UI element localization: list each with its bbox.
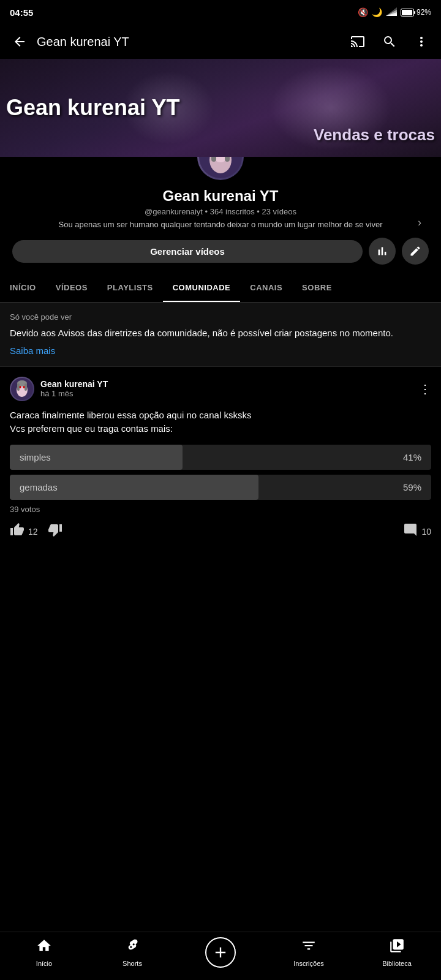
nav-create[interactable] (196, 937, 245, 968)
app-bar-title: Gean kurenai YT (37, 35, 341, 49)
post-more-button[interactable]: ⋮ (419, 382, 431, 396)
status-bar: 04:55 🔇 🌙 92% (0, 0, 441, 24)
post-author-name: Gean kurenai YT (40, 379, 108, 389)
post-actions: 12 10 (10, 522, 431, 541)
signal-icon (386, 7, 397, 18)
nav-home[interactable]: Início (20, 938, 69, 967)
poll-label-gemadas: gemadas (20, 482, 58, 492)
nav-subscriptions-label: Inscrições (293, 960, 324, 967)
poll-option-gemadas[interactable]: gemadas 59% (10, 475, 431, 500)
channel-info: Gean kurenai YT @geankurenaiyt • 364 ins… (0, 157, 441, 274)
more-button[interactable] (412, 32, 431, 51)
battery-icon: 92% (401, 8, 431, 17)
search-button[interactable] (380, 32, 399, 51)
channel-handle: @geankurenaiyt (145, 207, 203, 216)
community-notice: Só você pode ver Devido aos Avisos das d… (0, 303, 441, 366)
post-header: Gean kurenai YT há 1 mês ⋮ (10, 377, 431, 401)
bottom-spacer (0, 551, 441, 624)
poll-pct-gemadas: 59% (403, 482, 421, 492)
channel-subscribers: 364 inscritos (210, 207, 255, 216)
like-action[interactable]: 12 (10, 522, 38, 541)
comment-count: 10 (421, 527, 431, 537)
comment-icon (403, 522, 418, 541)
like-count: 12 (28, 527, 38, 537)
moon-icon: 🌙 (372, 7, 382, 17)
svg-rect-21 (17, 383, 20, 391)
cast-button[interactable] (348, 32, 368, 51)
channel-name: Gean kurenai YT (163, 187, 279, 205)
post-text: Caraca finalmente liberou essa opção aqu… (10, 409, 431, 436)
nav-library[interactable]: Biblioteca (372, 938, 421, 967)
tab-playlists[interactable]: PLAYLISTS (97, 274, 163, 302)
nav-library-label: Biblioteca (382, 960, 412, 967)
mute-icon: 🔇 (358, 7, 368, 17)
home-icon (36, 938, 52, 957)
thumbs-down-icon (48, 522, 62, 541)
manage-videos-button[interactable]: Gerenciar vídeos (12, 240, 363, 263)
svg-point-24 (23, 386, 25, 388)
edit-button[interactable] (402, 238, 429, 265)
post-avatar (10, 377, 34, 401)
channel-description: Sou apenas um ser humano qualquer tentan… (59, 220, 383, 229)
banner-title: Gean kurenai YT (6, 95, 179, 121)
tab-inicio[interactable]: INÍCIO (0, 274, 46, 302)
svg-rect-22 (24, 383, 27, 391)
poll-label-simples: simples (20, 452, 51, 462)
channel-videos: 23 vídeos (262, 207, 296, 216)
poll-option-simples[interactable]: simples 41% (10, 445, 431, 470)
shorts-icon (124, 938, 140, 957)
channel-meta: @geankurenaiyt • 364 inscritos • 23 víde… (145, 207, 296, 216)
nav-subscriptions[interactable]: Inscrições (284, 938, 333, 967)
subscriptions-icon (301, 938, 317, 957)
analytics-button[interactable] (369, 238, 396, 265)
nav-shorts[interactable]: Shorts (108, 938, 157, 967)
poll-votes: 39 votos (10, 505, 431, 514)
channel-banner: Gean kurenai YT Vendas e trocas (0, 59, 441, 157)
tab-videos[interactable]: VÍDEOS (46, 274, 97, 302)
poll-pct-simples: 41% (403, 452, 421, 462)
nav-shorts-label: Shorts (123, 960, 142, 967)
bottom-nav: Início Shorts Inscrições Bib (0, 932, 441, 980)
app-bar-actions (348, 32, 431, 51)
channel-desc-row: Sou apenas um ser humano qualquer tentan… (10, 216, 431, 229)
post-container: Gean kurenai YT há 1 mês ⋮ Caraca finalm… (0, 367, 441, 551)
thumbs-up-icon (10, 522, 24, 541)
back-button[interactable] (10, 32, 29, 51)
post-time: há 1 mês (40, 389, 108, 398)
comment-action[interactable]: 10 (403, 522, 431, 541)
action-row: Gerenciar vídeos (10, 238, 431, 265)
library-icon (389, 938, 405, 957)
app-bar: Gean kurenai YT (0, 24, 441, 59)
channel-tabs: INÍCIO VÍDEOS PLAYLISTS COMUNIDADE CANAI… (0, 274, 441, 303)
only-you-label: Só você pode ver (10, 312, 431, 322)
svg-point-23 (20, 386, 21, 388)
dislike-action[interactable] (48, 522, 62, 541)
tab-sobre[interactable]: SOBRE (292, 274, 342, 302)
status-icons: 🔇 🌙 92% (358, 7, 431, 18)
status-time: 04:55 (10, 7, 33, 18)
svg-rect-6 (402, 10, 412, 15)
community-notice-text: Devido aos Avisos das diretrizes da comu… (10, 326, 431, 341)
learn-more-link[interactable]: Saiba mais (10, 345, 55, 356)
nav-home-label: Início (36, 960, 52, 967)
create-button[interactable] (205, 937, 236, 968)
tab-comunidade[interactable]: COMUNIDADE (163, 274, 241, 302)
post-author: Gean kurenai YT há 1 mês (10, 377, 108, 401)
description-expand-icon[interactable]: › (418, 216, 421, 229)
tab-canais[interactable]: CANAIS (240, 274, 292, 302)
svg-rect-5 (414, 11, 415, 14)
banner-subtitle: Vendas e trocas (314, 126, 435, 145)
post-author-info: Gean kurenai YT há 1 mês (40, 379, 108, 398)
post-action-left: 12 (10, 522, 62, 541)
